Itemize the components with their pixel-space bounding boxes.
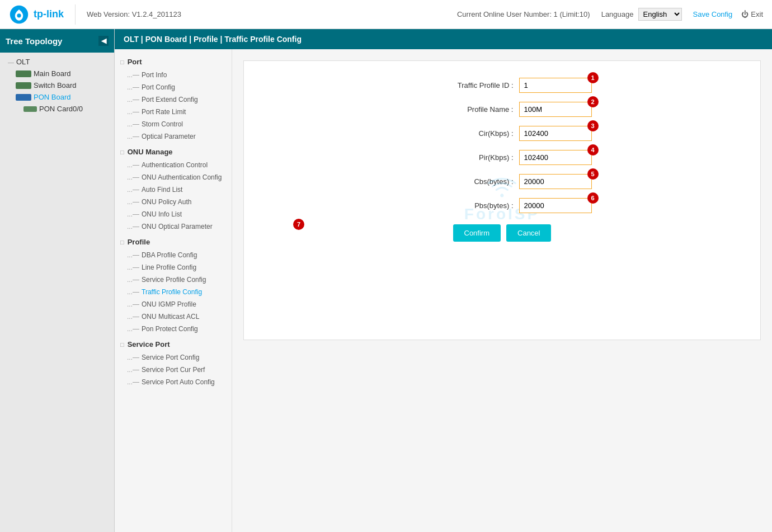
confirm-button[interactable]: Confirm	[453, 224, 501, 242]
pbs-wrapper: 6	[519, 198, 592, 213]
traffic-profile-id-input[interactable]	[519, 78, 592, 93]
onu-section-label: ONU Manage	[128, 148, 173, 156]
cancel-button[interactable]: Cancel	[506, 224, 551, 242]
sidebar: Tree Topology ◀ — OLT Main Board Switch …	[0, 29, 115, 532]
cir-label: Cir(Kbps) :	[413, 129, 514, 138]
profile-name-input[interactable]	[519, 102, 592, 117]
expand-icon-service: □	[120, 341, 124, 348]
tplink-logo-icon	[9, 4, 29, 25]
nav-port-rate-limit[interactable]: ...—Port Rate Limit	[115, 106, 232, 118]
cbs-input[interactable]	[519, 174, 592, 189]
exit-button[interactable]: ⏻ Exit	[741, 10, 763, 18]
nav-line-profile[interactable]: ...—Line Profile Config	[115, 261, 232, 274]
nav-onu-multicast-acl[interactable]: ...—ONU Multicast ACL	[115, 310, 232, 323]
nav-port-config[interactable]: ...—Port Config	[115, 81, 232, 93]
profile-name-label: Profile Name :	[413, 105, 514, 114]
nav-section-onu-manage: □ ONU Manage ...—Authentication Control …	[115, 145, 232, 233]
pon-board-label: PON Board	[34, 93, 70, 101]
cbs-wrapper: 5	[519, 174, 592, 189]
language-selector: Language English Chinese	[601, 8, 682, 21]
switch-board-label: Switch Board	[34, 81, 77, 90]
form-area: ForoISP Traffic Profile ID : 1 Profile N…	[232, 49, 772, 532]
board-icon-pon	[16, 94, 31, 101]
expand-icon-port: □	[120, 59, 124, 65]
board-icon-switch	[16, 82, 31, 89]
main-layout: Tree Topology ◀ — OLT Main Board Switch …	[0, 29, 772, 532]
cbs-label: Cbs(bytes) :	[413, 177, 514, 186]
tree-item-pon-board[interactable]: PON Board	[0, 91, 114, 103]
nav-traffic-profile[interactable]: ...—Traffic Profile Config	[115, 286, 232, 298]
profile-name-wrapper: 2	[519, 102, 592, 117]
badge-6: 6	[587, 192, 599, 204]
svg-point-1	[17, 13, 21, 17]
pir-input[interactable]	[519, 150, 592, 165]
board-icon-main	[16, 70, 31, 77]
badge-3: 3	[587, 120, 599, 131]
power-icon: ⏻	[741, 10, 749, 18]
nav-onu-info-list[interactable]: ...—ONU Info List	[115, 208, 232, 220]
form-row-pir: Pir(Kbps) : 4	[255, 150, 749, 165]
nav-onu-igmp-profile[interactable]: ...—ONU IGMP Profile	[115, 298, 232, 310]
tree-item-pon-card[interactable]: PON Card0/0	[0, 103, 114, 115]
tree-item-switch-board[interactable]: Switch Board	[0, 79, 114, 91]
logo-area: tp-link	[9, 4, 76, 25]
nav-storm-control[interactable]: ...—Storm Control	[115, 118, 232, 130]
nav-service-port-auto-config[interactable]: ...—Service Port Auto Config	[115, 376, 232, 388]
form-row-profile-name: Profile Name : 2	[255, 102, 749, 117]
nav-service-port-config[interactable]: ...—Service Port Config	[115, 351, 232, 364]
sidebar-title-bar: Tree Topology ◀	[0, 29, 114, 53]
badge-2: 2	[587, 96, 599, 107]
nav-section-service-port: □ Service Port ...—Service Port Config .…	[115, 337, 232, 388]
pbs-input[interactable]	[519, 198, 592, 213]
sidebar-title-text: Tree Topology	[6, 36, 62, 46]
nav-onu-auth-config[interactable]: ...—ONU Authentication Config	[115, 171, 232, 183]
cir-wrapper: 3	[519, 126, 592, 141]
pir-label: Pir(Kbps) :	[413, 153, 514, 162]
tree-item-main-board[interactable]: Main Board	[0, 68, 114, 79]
nav-section-port-title[interactable]: □ Port	[115, 55, 232, 69]
left-nav: □ Port ...—Port Info ...—Port Config ...…	[115, 49, 232, 532]
nav-pon-protect-config[interactable]: ...—Pon Protect Config	[115, 323, 232, 335]
breadcrumb: OLT | PON Board | Profile | Traffic Prof…	[115, 29, 772, 49]
nav-section-service-title[interactable]: □ Service Port	[115, 337, 232, 351]
cir-input[interactable]	[519, 126, 592, 141]
form-row-cbs: Cbs(bytes) : 5	[255, 174, 749, 189]
olt-label: OLT	[16, 58, 30, 66]
language-dropdown[interactable]: English Chinese	[638, 8, 682, 21]
nav-dba-profile[interactable]: ...—DBA Profile Config	[115, 249, 232, 261]
pir-wrapper: 4	[519, 150, 592, 165]
nav-service-port-cur-perf[interactable]: ...—Service Port Cur Perf	[115, 364, 232, 376]
save-config-link[interactable]: Save Config	[693, 10, 733, 18]
port-section-label: Port	[128, 58, 142, 66]
form-buttons: 7 Confirm Cancel	[255, 224, 749, 242]
language-label: Language	[601, 10, 634, 18]
nav-onu-optical-param[interactable]: ...—ONU Optical Parameter	[115, 220, 232, 233]
traffic-id-label: Traffic Profile ID :	[413, 81, 514, 90]
toggle-icon: ◀	[101, 37, 106, 45]
form-row-traffic-id: Traffic Profile ID : 1	[255, 78, 749, 93]
tree-item-olt[interactable]: — OLT	[0, 56, 114, 68]
page-content: □ Port ...—Port Info ...—Port Config ...…	[115, 49, 772, 532]
traffic-id-wrapper: 1	[519, 78, 592, 93]
nav-section-profile: □ Profile ...—DBA Profile Config ...—Lin…	[115, 235, 232, 335]
expand-icon-onu: □	[120, 149, 124, 156]
nav-port-info[interactable]: ...—Port Info	[115, 69, 232, 81]
nav-auth-control[interactable]: ...—Authentication Control	[115, 159, 232, 171]
form-row-pbs: Pbs(bytes) : 6	[255, 198, 749, 213]
form-container: ForoISP Traffic Profile ID : 1 Profile N…	[243, 60, 761, 340]
nav-onu-policy-auth[interactable]: ...—ONU Policy Auth	[115, 196, 232, 208]
web-version: Web Version: V1.2.4_201123	[87, 10, 457, 18]
nav-section-onu-title[interactable]: □ ONU Manage	[115, 145, 232, 159]
nav-auto-find-list[interactable]: ...—Auto Find List	[115, 183, 232, 196]
sidebar-toggle-button[interactable]: ◀	[98, 36, 109, 46]
nav-section-profile-title[interactable]: □ Profile	[115, 235, 232, 249]
pon-card-label: PON Card0/0	[39, 105, 83, 113]
user-info: Current Online User Number: 1 (Limit:10)	[457, 10, 590, 18]
nav-service-profile[interactable]: ...—Service Profile Config	[115, 274, 232, 286]
expand-icon-profile: □	[120, 239, 124, 246]
svg-point-2	[501, 194, 504, 197]
nav-port-extend-config[interactable]: ...—Port Extend Config	[115, 93, 232, 106]
nav-optical-parameter[interactable]: ...—Optical Parameter	[115, 130, 232, 143]
board-icon-card	[23, 106, 37, 112]
profile-section-label: Profile	[128, 238, 150, 246]
